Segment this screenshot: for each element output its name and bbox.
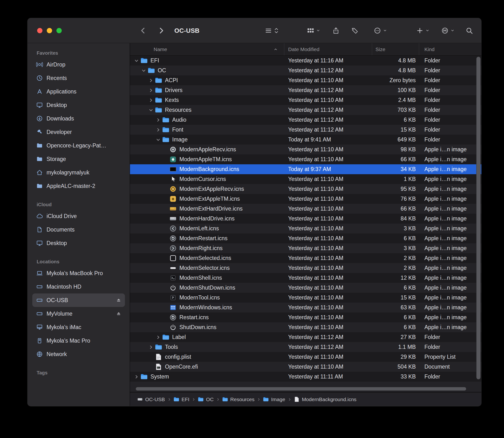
file-name-cell: ModernTool.icns xyxy=(130,294,284,301)
sidebar-item-desktop[interactable]: Desktop xyxy=(32,98,125,112)
disclosure-right-icon[interactable] xyxy=(155,126,162,133)
disclosure-down-icon[interactable] xyxy=(133,57,140,64)
sidebar-item-oc-usb[interactable]: OC-USB xyxy=(32,294,125,307)
column-header-kind[interactable]: Kind xyxy=(419,43,481,55)
sidebar-item-macintosh-hd[interactable]: Macintosh HD xyxy=(32,280,125,294)
sidebar-item-desktop[interactable]: Desktop xyxy=(32,236,125,250)
sidebar-item-applications[interactable]: Applications xyxy=(32,85,125,98)
file-row-modernextapplerecv-icns[interactable]: ModernExtAppleRecv.icns Yesterday at 11:… xyxy=(130,184,481,194)
file-name-cell: ACPI xyxy=(130,77,284,84)
file-row-modernright-icns[interactable]: ModernRight.icns Yesterday at 11:10 AM 3… xyxy=(130,243,481,253)
path-item-oc-usb[interactable]: OC-USB xyxy=(137,396,165,402)
sidebar-item-mykola-s-macbook-pro[interactable]: Mykola’s MacBook Pro xyxy=(32,266,125,280)
tag-button[interactable] xyxy=(351,27,358,34)
file-row-efi[interactable]: EFI Yesterday at 11:16 AM 4.8 MB Folder xyxy=(130,56,481,66)
forward-button[interactable] xyxy=(157,27,165,34)
column-header-date-modified[interactable]: Date Modified xyxy=(284,43,372,55)
group-button[interactable] xyxy=(307,27,320,34)
close-button[interactable] xyxy=(37,28,42,33)
file-row-modernbackground-icns[interactable]: ModernBackground.icns Today at 9:37 AM 3… xyxy=(130,164,481,174)
minimize-button[interactable] xyxy=(47,28,52,33)
add-button[interactable] xyxy=(416,27,429,34)
path-item-resources[interactable]: Resources xyxy=(222,396,254,402)
file-row-resources[interactable]: Resources Yesterday at 11:12 AM 703 KB F… xyxy=(130,105,481,115)
view-options-button[interactable] xyxy=(265,27,279,34)
sidebar-item-mykola-s-imac[interactable]: Mykola’s iMac xyxy=(32,320,125,334)
sidebar-item-mykolagrymalyuk[interactable]: mykolagrymalyuk xyxy=(32,166,125,179)
path-item-efi[interactable]: EFI xyxy=(174,396,190,402)
file-row-restart-icns[interactable]: Restart.icns Yesterday at 11:10 AM 6 KB … xyxy=(130,312,481,322)
sidebar-item-icloud-drive[interactable]: iCloud Drive xyxy=(32,209,125,223)
disclosure-down-icon[interactable] xyxy=(147,107,155,114)
file-row-modernextappletm-icns[interactable]: ModernExtAppleTM.icns Yesterday at 11:10… xyxy=(130,194,481,204)
sidebar-item-myvolume[interactable]: MyVolume xyxy=(32,307,125,320)
eject-icon[interactable] xyxy=(116,297,122,303)
file-row-oc[interactable]: OC Yesterday at 11:12 AM 4.8 MB Folder xyxy=(130,66,481,76)
sidebar-item-opencore-legacy-pat[interactable]: Opencore-Legacy-Pat… xyxy=(32,139,125,152)
file-row-audio[interactable]: Audio Yesterday at 11:12 AM 6 KB Folder xyxy=(130,115,481,125)
file-kind: Apple i…n image xyxy=(419,265,481,271)
traffic-lights xyxy=(27,28,130,33)
clock-icon xyxy=(36,75,43,81)
file-date-modified: Yesterday at 11:10 AM xyxy=(284,295,372,301)
eject-icon[interactable] xyxy=(116,311,122,317)
file-row-modernextharddrive-icns[interactable]: ModernExtHardDrive.icns Yesterday at 11:… xyxy=(130,204,481,214)
path-item-oc[interactable]: OC xyxy=(198,396,214,402)
file-row-modernwindows-icns[interactable]: ModernWindows.icns Yesterday at 11:10 AM… xyxy=(130,303,481,312)
file-row-modernshell-icns[interactable]: ModernShell.icns Yesterday at 11:10 AM 1… xyxy=(130,273,481,283)
file-row-modernleft-icns[interactable]: ModernLeft.icns Yesterday at 11:10 AM 3 … xyxy=(130,224,481,233)
disclosure-right-icon[interactable] xyxy=(155,116,162,124)
search-button[interactable] xyxy=(465,27,473,34)
disclosure-down-icon[interactable] xyxy=(155,136,162,143)
file-row-config-plist[interactable]: config.plist Yesterday at 11:10 AM 29 KB… xyxy=(130,352,481,362)
disclosure-right-icon[interactable] xyxy=(147,77,155,84)
file-row-font[interactable]: Font Yesterday at 11:12 AM 15 KB Folder xyxy=(130,125,481,135)
disclosure-right-icon[interactable] xyxy=(155,334,162,341)
vertical-scrollbar[interactable] xyxy=(476,57,481,379)
more-actions-button[interactable] xyxy=(374,27,387,34)
sidebar-item-storage[interactable]: Storage xyxy=(32,152,125,166)
sidebar-item-documents[interactable]: Documents xyxy=(32,223,125,236)
file-row-modernrestart-icns[interactable]: ModernRestart.icns Yesterday at 11:10 AM… xyxy=(130,233,481,243)
disclosure-right-icon[interactable] xyxy=(147,87,155,94)
disclosure-down-icon[interactable] xyxy=(140,67,147,74)
sidebar-item-applealc-master-2[interactable]: AppleALC-master-2 xyxy=(32,179,125,193)
file-row-moderntool-icns[interactable]: ModernTool.icns Yesterday at 11:10 AM 15… xyxy=(130,293,481,303)
sidebar-item-mykola-s-mac-pro[interactable]: Mykola’s Mac Pro xyxy=(32,334,125,347)
file-date-modified: Yesterday at 11:10 AM xyxy=(284,363,372,370)
sidebar-item-recents[interactable]: Recents xyxy=(32,71,125,85)
disclosure-right-icon[interactable] xyxy=(133,373,140,380)
file-row-modernappletm-icns[interactable]: ModernAppleTM.icns Yesterday at 11:10 AM… xyxy=(130,154,481,164)
file-row-shutdown-icns[interactable]: ShutDown.icns Yesterday at 11:10 AM 6 KB… xyxy=(130,322,481,332)
disclosure-right-icon[interactable] xyxy=(147,97,155,104)
file-row-modernapplerecv-icns[interactable]: ModernAppleRecv.icns Yesterday at 11:10 … xyxy=(130,144,481,154)
disclosure-right-icon[interactable] xyxy=(147,344,155,351)
file-row-opencore-efi[interactable]: OpenCore.efi Yesterday at 11:10 AM 504 K… xyxy=(130,362,481,372)
file-row-drivers[interactable]: Drivers Yesterday at 11:12 AM 100 KB Fol… xyxy=(130,85,481,95)
sidebar-item-developer[interactable]: Developer xyxy=(32,125,125,139)
file-row-modernselector-icns[interactable]: ModernSelector.icns Yesterday at 11:10 A… xyxy=(130,263,481,273)
path-item-image[interactable]: Image xyxy=(263,396,285,402)
file-row-modernharddrive-icns[interactable]: ModernHardDrive.icns Yesterday at 11:10 … xyxy=(130,214,481,224)
path-item-modernbackground-icns[interactable]: ModernBackground.icns xyxy=(294,396,356,402)
sidebar-item-network[interactable]: Network xyxy=(32,347,125,361)
sidebar-item-downloads[interactable]: Downloads xyxy=(32,112,125,125)
share-button[interactable] xyxy=(332,27,340,34)
horizontal-scrollbar[interactable] xyxy=(136,387,466,391)
account-menu-button[interactable] xyxy=(441,27,455,34)
file-row-tools[interactable]: Tools Yesterday at 11:12 AM 1.1 MB Folde… xyxy=(130,342,481,352)
sidebar-item-airdrop[interactable]: AirDrop xyxy=(32,58,125,71)
file-row-modernselected-icns[interactable]: ModernSelected.icns Yesterday at 11:10 A… xyxy=(130,253,481,263)
file-row-modernshutdown-icns[interactable]: ModernShutDown.icns Yesterday at 11:10 A… xyxy=(130,283,481,293)
file-row-system[interactable]: System Yesterday at 11:11 AM 33 KB Folde… xyxy=(130,372,481,382)
zoom-button[interactable] xyxy=(57,28,62,33)
file-row-kexts[interactable]: Kexts Yesterday at 11:10 AM 2.4 MB Folde… xyxy=(130,95,481,105)
column-header-name[interactable]: Name xyxy=(130,43,284,55)
back-button[interactable] xyxy=(139,27,147,34)
chevron-down-icon xyxy=(450,28,455,33)
file-row-image[interactable]: Image Today at 9:41 AM 649 KB Folder xyxy=(130,135,481,144)
file-row-label[interactable]: Label Yesterday at 11:12 AM 27 KB Folder xyxy=(130,332,481,342)
file-row-moderncursor-icns[interactable]: ModernCursor.icns Yesterday at 11:10 AM … xyxy=(130,174,481,184)
file-row-acpi[interactable]: ACPI Yesterday at 11:10 AM Zero bytes Fo… xyxy=(130,76,481,85)
column-header-size[interactable]: Size xyxy=(372,43,419,55)
